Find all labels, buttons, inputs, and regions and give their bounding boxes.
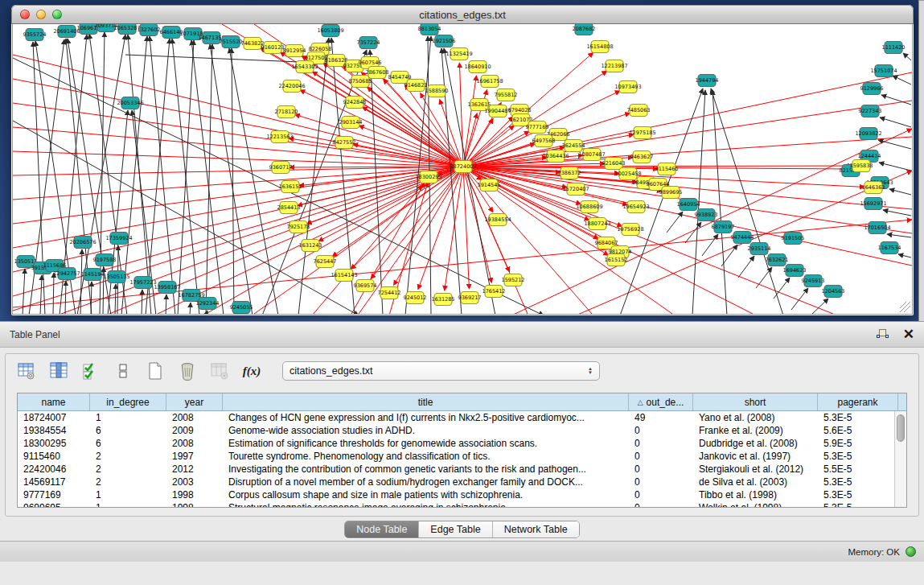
graph-node-yellow[interactable]: 16961758 (476, 76, 503, 88)
graph-node-yellow[interactable]: 9369217 (458, 292, 482, 304)
graph-node-yellow[interactable]: 18640910 (464, 61, 491, 73)
tab-node-table[interactable]: Node Table (345, 521, 419, 538)
close-panel-button[interactable]: ✕ (903, 328, 914, 341)
graph-node-teal[interactable]: 9355724 (23, 29, 47, 41)
graph-node-teal[interactable]: 6879197 (712, 221, 735, 233)
column-header-year[interactable]: year (166, 393, 223, 410)
column-header-out_de[interactable]: △out_de... (629, 393, 693, 410)
graph-node-yellow[interactable]: 10688609 (576, 201, 602, 213)
graph-node-yellow[interactable]: 7386372 (558, 167, 581, 179)
graph-node-yellow[interactable]: 11325419 (446, 48, 472, 60)
table-row[interactable]: 1830029562008Estimation of significance … (18, 437, 906, 450)
table-row[interactable]: 1872400712008Changes of HCN gene express… (18, 411, 906, 424)
table-row[interactable]: 977716911998Corpus callosum shape and si… (18, 488, 906, 501)
graph-node-yellow[interactable]: 1631243 (299, 240, 322, 252)
table-mode-button[interactable] (15, 360, 38, 382)
graph-node-teal[interactable]: 20206576 (69, 237, 96, 249)
graph-node-teal[interactable]: 13505135 (103, 271, 129, 283)
graph-node-teal[interactable]: 9197588 (93, 254, 117, 266)
graph-node-teal[interactable]: 1694623 (783, 265, 807, 277)
graph-node-teal[interactable]: 1204563 (822, 286, 845, 298)
graph-node-yellow[interactable]: 9899695 (659, 187, 683, 199)
graph-node-teal[interactable]: 1921506 (433, 35, 456, 47)
graph-node-teal[interactable]: 9938923 (695, 209, 718, 221)
graph-node-teal[interactable]: 7357224 (357, 37, 380, 49)
graph-node-yellow[interactable]: 1595212 (502, 274, 525, 286)
graph-node-yellow[interactable]: 16154143 (331, 270, 357, 282)
graph-node-yellow[interactable]: 12213987 (601, 60, 627, 72)
graph-node-yellow[interactable]: 9115460 (655, 163, 679, 175)
create-column-button[interactable] (144, 360, 166, 382)
graph-node-yellow[interactable]: 1588590 (425, 85, 449, 97)
graph-node-yellow[interactable]: 9360717 (269, 162, 293, 174)
graph-node-yellow[interactable]: 12975185 (629, 127, 655, 139)
graph-node-teal[interactable]: 7632621 (766, 254, 789, 266)
graph-node-teal[interactable]: 15751074 (870, 65, 897, 77)
graph-node-yellow[interactable]: 7955812 (495, 89, 518, 101)
graph-node-yellow[interactable]: 1914545 (478, 179, 501, 192)
column-header-name[interactable]: name (18, 393, 90, 410)
graph-node-yellow[interactable]: 1646363 (862, 182, 885, 194)
resize-grip[interactable] (900, 302, 910, 312)
tab-edge-table[interactable]: Edge Table (419, 521, 492, 538)
vertical-scrollbar[interactable] (894, 411, 906, 507)
delete-column-button[interactable] (176, 360, 199, 382)
table-row[interactable]: 911546021997Tourette syndrome. Phenomeno… (18, 450, 906, 463)
graph-node-yellow[interactable]: 9160123 (261, 42, 285, 54)
graph-node-teal[interactable]: 9129966 (860, 83, 884, 95)
table-row[interactable]: 1456911722003Disruption of a novel membe… (18, 476, 906, 488)
graph-node-yellow[interactable]: 8912954 (283, 45, 306, 57)
column-header-in_degree[interactable]: in_degree (90, 393, 166, 410)
graph-node-teal[interactable]: 2935114 (748, 243, 771, 255)
function-builder-button[interactable]: f(x) (240, 360, 263, 382)
float-panel-button[interactable] (876, 328, 892, 342)
graph-node-yellow[interactable]: 19756928 (617, 224, 643, 236)
graph-node-yellow[interactable]: 1595838 (850, 160, 873, 172)
scrollbar-thumb[interactable] (897, 414, 905, 442)
graph-node-teal[interactable]: 8813054 (418, 24, 441, 35)
graph-node-yellow[interactable]: 3624554 (562, 140, 585, 152)
graph-node-yellow[interactable]: 2903144 (339, 117, 363, 129)
graph-node-teal[interactable]: 9474444 (731, 232, 754, 244)
graph-node-yellow[interactable]: 2718120 (275, 106, 298, 118)
graph-node-teal[interactable]: 15692971 (860, 198, 886, 210)
row-height-button[interactable] (112, 360, 134, 382)
table-row[interactable]: 2242004622012Investigating the contribut… (18, 463, 906, 476)
graph-node-teal[interactable]: 9191505 (782, 233, 805, 245)
graph-node-teal[interactable]: 9245913 (802, 275, 825, 287)
graph-node-yellow[interactable]: 2854413 (277, 202, 301, 214)
column-header-pagerank[interactable]: pagerank (818, 393, 898, 410)
graph-node-yellow[interactable]: 7254412 (378, 287, 401, 299)
graph-node-yellow[interactable]: 9463627 (630, 151, 654, 163)
graph-node-yellow[interactable]: 1765412 (483, 286, 506, 298)
graph-node-teal[interactable]: 1167534 (878, 242, 901, 254)
graph-node-teal[interactable]: 20053346 (117, 97, 143, 109)
graph-node-teal[interactable]: 1145194 (81, 269, 105, 281)
graph-node-teal[interactable]: 17016504 (864, 222, 890, 234)
column-header-short[interactable]: short (693, 393, 818, 410)
graph-node-teal[interactable]: 12093822 (855, 128, 881, 140)
graph-node-yellow[interactable]: 9369574 (354, 280, 377, 292)
graph-node-yellow[interactable]: 8750685 (349, 76, 372, 88)
window-titlebar[interactable]: citations_edges.txt (11, 5, 914, 24)
network-canvas[interactable]: 9355724206914061069612209371410653287132… (12, 24, 913, 315)
graph-node-yellow[interactable]: 6497568 (532, 135, 556, 147)
table-chooser-select[interactable]: citations_edges.txt ▲▼ (282, 361, 600, 381)
graph-node-yellow[interactable]: 7925178 (287, 221, 310, 233)
graph-node-yellow[interactable]: 9777169 (526, 122, 549, 134)
table-row[interactable]: 969969511998Structural magnetic resonanc… (18, 501, 906, 507)
column-visibility-button[interactable] (47, 360, 70, 382)
graph-node-teal[interactable]: 1111420 (882, 42, 906, 54)
graph-node-yellow[interactable]: 1631285 (432, 294, 455, 306)
graph-node-yellow[interactable]: 7485063 (627, 105, 651, 117)
graph-node-yellow[interactable]: 8427552 (333, 137, 356, 149)
graph-node-yellow[interactable]: 1636151 (279, 181, 302, 193)
graph-node-yellow[interactable]: 1615152 (605, 254, 628, 266)
graph-node-teal[interactable]: 1292344 (196, 298, 220, 310)
graph-node-teal[interactable]: 9245055 (230, 302, 253, 314)
column-header-title[interactable]: title (223, 393, 629, 410)
memory-status-indicator[interactable] (906, 546, 916, 557)
table-row[interactable]: 1938455462009Genome-wide association stu… (18, 424, 906, 437)
graph-node-teal[interactable]: 7515520 (220, 36, 243, 48)
graph-node-teal[interactable]: 1944794 (696, 75, 719, 87)
